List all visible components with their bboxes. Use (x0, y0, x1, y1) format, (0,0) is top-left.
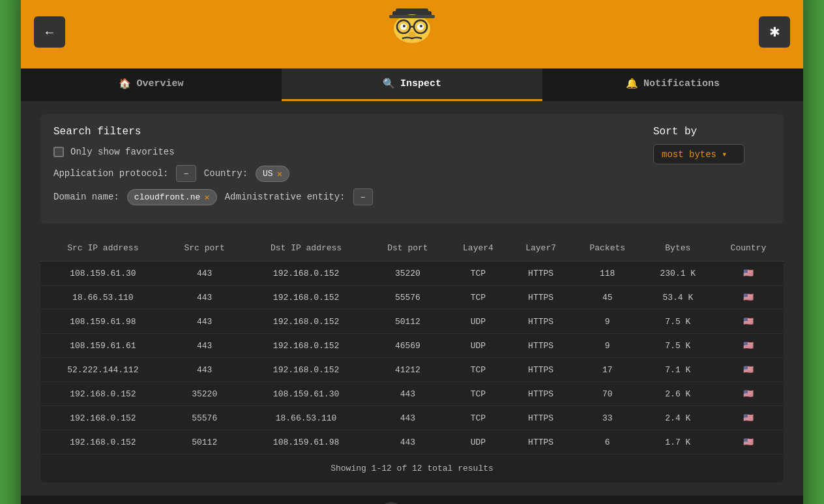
country-tag-remove[interactable]: ✕ (277, 168, 282, 179)
tab-inspect[interactable]: 🔍 Inspect (282, 68, 542, 101)
table-row[interactable]: 18.66.53.110 443 192.168.0.152 55576 TCP… (40, 286, 784, 310)
dst-ip: 192.168.0.152 (244, 358, 369, 382)
packets: 9 (572, 310, 643, 334)
filters-title: Search filters (53, 126, 653, 138)
table-row[interactable]: 192.168.0.152 50112 108.159.61.98 443 UD… (40, 430, 784, 454)
bytes: 1.7 K (643, 430, 713, 454)
src-ip: 18.66.53.110 (40, 286, 166, 310)
src-port: 443 (166, 286, 244, 310)
layer7: HTTPS (510, 286, 572, 310)
tab-inspect-label: Inspect (400, 78, 441, 89)
app-footer: Version 1.2.0 (latest) Made with ♥ by Gi… (21, 496, 803, 504)
src-ip: 108.159.61.98 (40, 310, 166, 334)
sort-select[interactable]: most bytes ▾ (653, 144, 744, 164)
app-header: ← (21, 0, 803, 68)
src-ip: 108.159.61.61 (40, 334, 166, 358)
layer7: HTTPS (510, 430, 572, 454)
country-flag: 🇺🇸 (713, 261, 784, 286)
domain-row: Domain name: cloudfront.ne ✕ Administrat… (53, 188, 653, 205)
table-row[interactable]: 108.159.61.98 443 192.168.0.152 50112 UD… (40, 310, 784, 334)
layer7: HTTPS (510, 358, 572, 382)
country-flag: 🇺🇸 (713, 286, 784, 310)
domain-label: Domain name: (53, 192, 119, 202)
back-button[interactable]: ← (34, 16, 65, 48)
src-ip: 192.168.0.152 (40, 406, 166, 430)
packets: 6 (572, 430, 643, 454)
src-port: 35220 (166, 382, 244, 406)
country-flag: 🇺🇸 (713, 310, 784, 334)
bytes: 2.4 K (643, 406, 713, 430)
admin-value[interactable]: – (353, 188, 373, 205)
layer7: HTTPS (510, 261, 572, 286)
src-ip: 192.168.0.152 (40, 382, 166, 406)
src-ip: 52.222.144.112 (40, 358, 166, 382)
layer4: UDP (447, 334, 509, 358)
layer4: TCP (447, 406, 509, 430)
country-flag: 🇺🇸 (713, 430, 784, 454)
dst-ip: 192.168.0.152 (244, 310, 369, 334)
country-flag: 🇺🇸 (713, 334, 784, 358)
settings-button[interactable]: ✱ (759, 16, 790, 48)
table-row[interactable]: 52.222.144.112 443 192.168.0.152 41212 T… (40, 358, 784, 382)
dst-port: 55576 (368, 286, 447, 310)
tab-notifications[interactable]: 🔔 Notifications (542, 68, 803, 101)
dst-ip: 192.168.0.152 (244, 286, 369, 310)
favorites-checkbox[interactable] (53, 147, 64, 157)
dst-ip: 108.159.61.98 (244, 430, 369, 454)
packets: 70 (572, 382, 643, 406)
col-src-port: Src port (166, 235, 244, 261)
svg-point-10 (408, 32, 416, 37)
sort-label: Sort by (653, 126, 771, 138)
main-window: Sniffnet − □ ✕ ← (21, 0, 803, 504)
src-port: 443 (166, 310, 244, 334)
app-protocol-row: Application protocol: – Country: US ✕ (53, 165, 653, 182)
layer4: UDP (447, 430, 509, 454)
svg-rect-1 (396, 8, 428, 15)
inspect-icon: 🔍 (383, 78, 395, 90)
src-ip: 192.168.0.152 (40, 430, 166, 454)
country-flag: 🇺🇸 (713, 358, 784, 382)
svg-rect-11 (389, 15, 435, 18)
domain-tag[interactable]: cloudfront.ne ✕ (127, 189, 217, 205)
dst-port: 46569 (368, 334, 447, 358)
tab-overview[interactable]: 🏠 Overview (21, 68, 282, 101)
filters-section: Search filters Only show favorites Appli… (40, 114, 784, 224)
layer7: HTTPS (510, 406, 572, 430)
tab-notifications-label: Notifications (643, 78, 720, 89)
bytes: 230.1 K (643, 261, 713, 286)
dst-port: 443 (368, 406, 447, 430)
tab-overview-label: Overview (136, 78, 183, 89)
layer4: TCP (447, 382, 509, 406)
bytes: 7.1 K (643, 358, 713, 382)
country-label: Country: (204, 168, 248, 179)
table-row[interactable]: 108.159.61.61 443 192.168.0.152 46569 UD… (40, 334, 784, 358)
layer4: UDP (447, 310, 509, 334)
table-row[interactable]: 192.168.0.152 55576 18.66.53.110 443 TCP… (40, 406, 784, 430)
bytes: 7.5 K (643, 334, 713, 358)
layer7: HTTPS (510, 310, 572, 334)
table-footer: Showing 1-12 of 12 total results (40, 454, 784, 482)
country-tag[interactable]: US ✕ (256, 166, 289, 182)
table-row[interactable]: 108.159.61.30 443 192.168.0.152 35220 TC… (40, 261, 784, 286)
dst-ip: 108.159.61.30 (244, 382, 369, 406)
app-logo (383, 6, 441, 58)
logo-area (383, 6, 441, 58)
layer4: TCP (447, 261, 509, 286)
layer7: HTTPS (510, 334, 572, 358)
app-protocol-value[interactable]: – (176, 165, 196, 182)
col-bytes: Bytes (643, 235, 713, 261)
table-row[interactable]: 192.168.0.152 35220 108.159.61.30 443 TC… (40, 382, 784, 406)
country-tag-value: US (263, 169, 273, 179)
overview-icon: 🏠 (119, 78, 131, 90)
layer4: TCP (447, 286, 509, 310)
src-port: 55576 (166, 406, 244, 430)
navigation-tabs: 🏠 Overview 🔍 Inspect 🔔 Notifications (21, 68, 803, 101)
sort-section: Sort by most bytes ▾ (653, 126, 771, 164)
svg-point-7 (403, 25, 405, 27)
domain-tag-remove[interactable]: ✕ (204, 192, 209, 203)
dst-port: 50112 (368, 310, 447, 334)
dst-ip: 18.66.53.110 (244, 406, 369, 430)
favorites-label: Only show favorites (70, 147, 175, 157)
notifications-icon: 🔔 (626, 78, 638, 90)
src-port: 443 (166, 334, 244, 358)
